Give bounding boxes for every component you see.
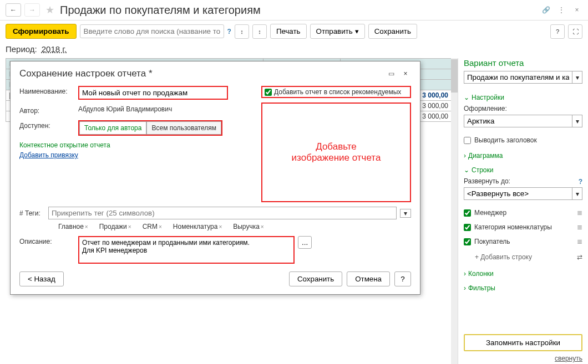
- name-input[interactable]: [78, 86, 228, 100]
- tags-label: # Теги:: [19, 209, 45, 217]
- shuffle-icon[interactable]: ⇄: [577, 253, 582, 261]
- dialog-close-button[interactable]: ×: [400, 68, 411, 79]
- link-icon[interactable]: 🔗: [540, 4, 551, 16]
- nav-forward-button[interactable]: →: [24, 3, 40, 17]
- fullscreen-button[interactable]: ⛶: [568, 24, 582, 39]
- row-checkbox[interactable]: [464, 238, 471, 245]
- access-all-button[interactable]: Всем пользователям: [146, 121, 221, 135]
- more-icon[interactable]: ⋮: [556, 4, 567, 16]
- tag-remove-icon[interactable]: ×: [85, 224, 88, 230]
- appearance-label: Оформление:: [464, 105, 582, 112]
- variant-title: Вариант отчета: [464, 58, 582, 68]
- tag-item[interactable]: Продажи×: [99, 223, 131, 230]
- close-icon[interactable]: ×: [571, 4, 582, 16]
- row-item[interactable]: Категория номенклатуры ≣: [464, 223, 582, 231]
- collapse-panel-link[interactable]: свернуть: [555, 355, 582, 362]
- drag-handle-icon[interactable]: ≣: [577, 209, 582, 217]
- row-item[interactable]: Покупатель ≣: [464, 238, 582, 245]
- recommend-checkbox[interactable]: [265, 89, 272, 96]
- section-filters[interactable]: Фильтры: [464, 284, 582, 292]
- tag-remove-icon[interactable]: ×: [128, 224, 131, 230]
- access-label: Доступен:: [19, 120, 75, 130]
- dialog-help-button[interactable]: ?: [394, 271, 411, 286]
- search-input[interactable]: [80, 24, 224, 38]
- dialog-maximize-button[interactable]: ▭: [386, 68, 397, 79]
- dialog-title: Сохранение настроек отчета *: [19, 68, 382, 79]
- section-rows[interactable]: Строки: [464, 166, 582, 174]
- tag-item[interactable]: CRM×: [143, 223, 162, 230]
- image-drop-area[interactable]: Добавьте изображение отчета: [261, 102, 411, 202]
- appearance-dropdown-button[interactable]: ▾: [572, 115, 582, 127]
- chevron-down-icon: ▾: [355, 27, 359, 35]
- remember-settings-button[interactable]: Запомнить настройки: [464, 334, 582, 351]
- page-title: Продажи по покупателям и категориям: [60, 4, 537, 17]
- expand-select[interactable]: [464, 187, 572, 200]
- desc-label: Описание:: [19, 236, 75, 245]
- section-columns[interactable]: Колонки: [464, 270, 582, 278]
- section-settings[interactable]: Настройки: [464, 94, 582, 101]
- section-chart[interactable]: Диаграмма: [464, 152, 582, 160]
- period-label: Период:: [6, 44, 37, 54]
- variant-select[interactable]: [464, 71, 572, 84]
- row-checkbox[interactable]: [464, 224, 471, 231]
- vertical-scrollbar[interactable]: [451, 58, 458, 364]
- expand-help-icon[interactable]: ?: [579, 178, 582, 186]
- show-header-label: Выводить заголовок: [474, 136, 537, 144]
- drag-handle-icon[interactable]: ≣: [577, 238, 582, 245]
- sort-asc-button[interactable]: ↕: [235, 24, 249, 39]
- print-button[interactable]: Печать: [270, 24, 307, 39]
- show-header-checkbox[interactable]: [464, 137, 471, 144]
- tag-remove-icon[interactable]: ×: [159, 224, 162, 230]
- appearance-select[interactable]: [464, 115, 572, 127]
- back-button[interactable]: < Назад: [19, 271, 64, 286]
- tag-item[interactable]: Номенклатура×: [173, 223, 222, 230]
- expand-label: Развернуть до:: [464, 177, 579, 185]
- nav-back-button[interactable]: ←: [6, 3, 21, 17]
- expand-dropdown-button[interactable]: ▾: [572, 187, 582, 200]
- variant-dropdown-button[interactable]: ▾: [572, 71, 582, 84]
- add-row-button[interactable]: + Добавить строку ⇄: [475, 253, 582, 261]
- dialog-cancel-button[interactable]: Отмена: [347, 271, 390, 286]
- desc-more-button[interactable]: ...: [298, 236, 312, 249]
- search-help-icon[interactable]: ?: [227, 28, 231, 35]
- dialog-save-button[interactable]: Сохранить: [289, 271, 342, 286]
- save-settings-dialog: Сохранение настроек отчета * ▭ × Наимено…: [10, 61, 420, 295]
- author-value: Абдулов Юрий Владимирович: [78, 105, 172, 113]
- tag-remove-icon[interactable]: ×: [261, 224, 264, 230]
- tag-item[interactable]: Главное×: [58, 223, 88, 230]
- sort-desc-button[interactable]: ↕: [252, 24, 267, 39]
- description-input[interactable]: [78, 236, 295, 264]
- send-button[interactable]: Отправить ▾: [310, 24, 365, 39]
- toolbar-help-button[interactable]: ?: [550, 24, 565, 39]
- recommend-label: Добавить отчет в список рекомендуемых: [274, 88, 401, 96]
- context-section-title: Контекстное открытие отчета: [19, 141, 254, 149]
- tag-remove-icon[interactable]: ×: [219, 224, 222, 230]
- author-label: Автор:: [19, 105, 75, 115]
- name-label: Наименование:: [19, 86, 75, 95]
- period-value[interactable]: 2018 г.: [42, 44, 67, 54]
- access-self-button[interactable]: Только для автора: [79, 121, 146, 135]
- tags-input[interactable]: [48, 207, 397, 219]
- tags-dropdown-button[interactable]: ▾: [400, 209, 411, 218]
- add-binding-link[interactable]: Добавить привязку: [19, 151, 78, 159]
- drag-handle-icon[interactable]: ≣: [577, 223, 582, 231]
- generate-button[interactable]: Сформировать: [6, 24, 77, 39]
- save-button[interactable]: Сохранить: [368, 24, 417, 39]
- row-checkbox[interactable]: [464, 209, 471, 217]
- row-item[interactable]: Менеджер ≣: [464, 209, 582, 217]
- favorite-star-icon[interactable]: ★: [45, 4, 54, 16]
- tag-item[interactable]: Выручка×: [233, 223, 263, 230]
